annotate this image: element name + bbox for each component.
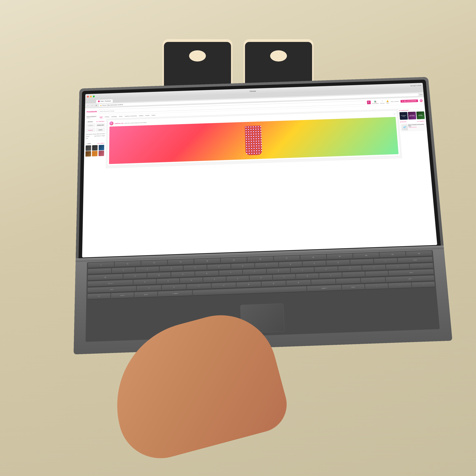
back-button[interactable]: ←	[86, 104, 90, 107]
my-boutiques[interactable]: 🛍️ My Boutiques	[372, 100, 379, 104]
key-f11[interactable]: F11	[380, 252, 406, 257]
close-button[interactable]	[87, 96, 89, 98]
key-f9[interactable]: F9	[327, 254, 353, 259]
sell-on-poshmark-button[interactable]: ⬆ SELL ON POSHMARK	[400, 100, 418, 103]
key-comma[interactable]: ,	[311, 279, 336, 285]
key-d[interactable]: D	[180, 277, 203, 283]
liked-item-4[interactable]	[85, 151, 91, 157]
key-w[interactable]: W	[147, 272, 170, 278]
all-brands-link[interactable]: All Brands »	[96, 121, 105, 122]
key-2[interactable]: 2	[136, 267, 159, 272]
key-g[interactable]: G	[226, 276, 249, 282]
activity-username[interactable]: highflying_chic	[115, 122, 123, 124]
key-4[interactable]: 4	[184, 265, 207, 271]
key-f12[interactable]: F12	[406, 251, 432, 256]
nav-parties[interactable]: Parties	[152, 114, 155, 116]
key-backtick[interactable]: `	[88, 268, 111, 274]
key-m[interactable]: M	[286, 280, 311, 286]
key-tab[interactable]: tab	[88, 274, 123, 280]
key-option-right[interactable]: option	[342, 284, 365, 290]
key-i[interactable]: I	[290, 267, 314, 273]
key-delete[interactable]: delete	[398, 257, 433, 263]
key-z[interactable]: Z	[137, 285, 161, 291]
key-arrow-right[interactable]: →	[412, 282, 435, 288]
key-shift-right[interactable]: shift	[386, 275, 434, 282]
nav-handbags[interactable]: Handbags	[111, 116, 117, 118]
liked-item-2[interactable]	[92, 145, 98, 151]
key-f3[interactable]: F3	[168, 259, 194, 265]
key-9[interactable]: 9	[303, 261, 326, 267]
brand-calvin-klein[interactable]: CaliKlein	[86, 123, 95, 128]
liked-item-6[interactable]	[99, 151, 104, 156]
key-u[interactable]: U	[267, 268, 290, 274]
key-backslash[interactable]: \	[410, 263, 433, 269]
how-it-works[interactable]: HOW IT WORKS	[391, 101, 399, 102]
showroom-urban-decay[interactable]: Urban Decay Naked Palettes	[408, 112, 416, 119]
key-h[interactable]: H	[250, 275, 272, 281]
brand-lululemon[interactable]: lululemon	[86, 128, 95, 132]
key-v[interactable]: V	[212, 283, 236, 289]
showroom-bold-eyeliner[interactable]: Bold Eyeliner Looks	[399, 112, 408, 120]
key-return[interactable]: return	[389, 269, 434, 276]
forward-button[interactable]: →	[91, 104, 94, 107]
key-f6[interactable]: F6	[247, 256, 273, 262]
news[interactable]: 🔔 News	[386, 100, 389, 104]
nav-clothing[interactable]: Clothing	[105, 116, 109, 118]
nav-makeup[interactable]: Makeup	[139, 115, 143, 117]
key-capslock[interactable]: caps lock	[88, 280, 133, 287]
key-s[interactable]: S	[157, 278, 179, 284]
key-f7[interactable]: F7	[274, 255, 300, 261]
key-arrow-up[interactable]: ↑	[388, 283, 411, 289]
key-r[interactable]: R	[195, 271, 219, 277]
key-fn[interactable]: fn	[87, 293, 110, 299]
key-option-left[interactable]: option	[135, 291, 157, 298]
key-period[interactable]: .	[336, 278, 360, 284]
liked-item-5[interactable]	[92, 151, 98, 156]
posh-markets-sub[interactable]: Women	[86, 117, 96, 119]
key-a[interactable]: A	[134, 279, 156, 285]
key-bracket-close[interactable]: ]	[386, 264, 409, 270]
key-c[interactable]: C	[187, 283, 211, 289]
key-slash[interactable]: /	[361, 277, 385, 283]
key-k[interactable]: K	[296, 273, 319, 279]
key-f8[interactable]: F8	[300, 255, 326, 260]
fullscreen-button[interactable]	[93, 95, 95, 97]
key-f10[interactable]: F10	[353, 253, 379, 258]
key-esc[interactable]: esc	[88, 262, 114, 268]
user-avatar-small[interactable]: h	[109, 121, 114, 125]
key-equals[interactable]: =	[374, 258, 397, 264]
key-b[interactable]: B	[237, 282, 261, 288]
key-quote[interactable]: '	[365, 271, 388, 277]
key-q[interactable]: Q	[123, 273, 147, 279]
search-button[interactable]: 🔍	[367, 101, 371, 104]
all-likes-link[interactable]: All Likes »	[97, 143, 105, 144]
key-p[interactable]: P	[338, 266, 362, 272]
minimize-button[interactable]	[90, 96, 92, 97]
key-3[interactable]: 3	[160, 266, 183, 272]
key-bracket-open[interactable]: [	[362, 265, 386, 271]
showroom-younique[interactable]: Younique Eyeshadow	[416, 111, 425, 119]
key-command-left[interactable]: ⌘ command	[158, 290, 192, 297]
key-n[interactable]: N	[261, 281, 286, 287]
key-5[interactable]: 5	[207, 264, 231, 270]
liked-item-3[interactable]	[99, 145, 104, 150]
reload-button[interactable]: ↺	[95, 104, 98, 107]
brand-michael-kors[interactable]: MICHAEL KORS	[96, 123, 105, 127]
key-6[interactable]: 6	[231, 263, 255, 269]
key-f[interactable]: F	[203, 277, 226, 282]
key-f4[interactable]: F4	[194, 258, 220, 264]
key-7[interactable]: 7	[255, 262, 278, 268]
key-o[interactable]: O	[314, 266, 338, 272]
party-card[interactable]: 💎 Best in Jewelry & Accessories Party To…	[400, 123, 426, 132]
nav-jewelry[interactable]: Jewelry & Accessories	[125, 115, 137, 117]
key-minus[interactable]: -	[350, 259, 374, 265]
brand-athletica[interactable]: athletica	[96, 128, 105, 132]
key-0[interactable]: 0	[326, 260, 350, 266]
key-e[interactable]: E	[171, 272, 194, 277]
key-command-right[interactable]: command ⌘	[307, 285, 341, 291]
user-avatar[interactable]: B	[420, 99, 423, 102]
key-arrow-left[interactable]: ←	[365, 283, 388, 289]
my-likes[interactable]: ♡ My Likes	[380, 100, 385, 104]
key-f2[interactable]: F2	[141, 260, 167, 266]
nav-shoes[interactable]: Shoes	[119, 115, 122, 117]
